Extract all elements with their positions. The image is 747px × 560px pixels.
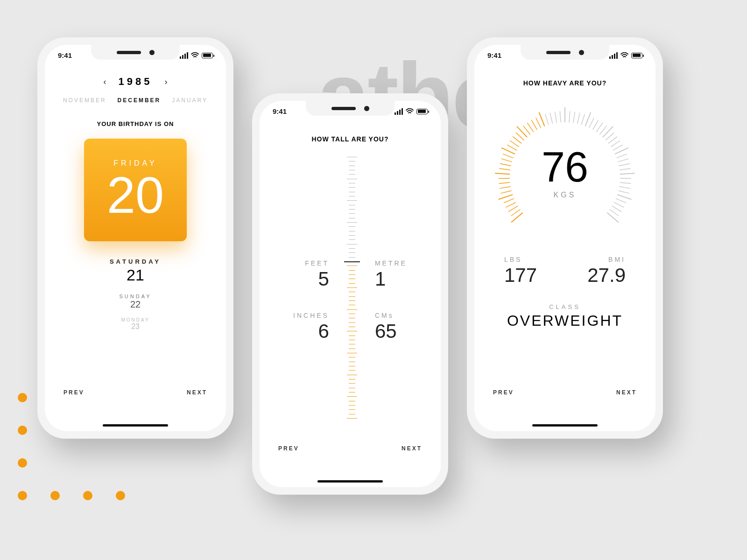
prev-button[interactable]: PREV xyxy=(63,389,85,396)
bmi-label: BMI xyxy=(587,256,626,263)
list-item[interactable]: MONDAY 23 xyxy=(59,317,212,331)
birthday-headline: YOUR BIRTHDAY IS ON xyxy=(59,120,212,127)
metre-label: METRE xyxy=(375,259,407,267)
weight-value: 76 xyxy=(542,146,588,188)
phone-height: 9:41 HOW TALL ARE YOU? FEET 5 xyxy=(252,93,448,495)
next-button[interactable]: NEXT xyxy=(616,389,637,396)
weight-unit: KGS xyxy=(554,191,577,199)
lbs-block: LBS 177 xyxy=(504,256,537,287)
chevron-left-icon[interactable]: ‹ xyxy=(104,77,106,87)
prev-button[interactable]: PREV xyxy=(493,389,514,396)
selected-day-number: 20 xyxy=(107,169,164,221)
cms-block: CMs 65 xyxy=(375,312,397,343)
feet-label: FEET xyxy=(305,259,329,267)
bmi-block: BMI 27.9 xyxy=(587,256,626,287)
metre-value: 1 xyxy=(375,268,407,290)
prev-button[interactable]: PREV xyxy=(278,445,299,452)
day-of-week: MONDAY xyxy=(59,317,212,322)
class-value: OVERWEIGHT xyxy=(488,312,641,329)
height-ruler[interactable] xyxy=(345,157,359,418)
selected-day-card[interactable]: FRIDAY 20 xyxy=(84,139,187,241)
cms-label: CMs xyxy=(375,312,397,319)
month-prev[interactable]: NOVEMBER xyxy=(63,97,106,104)
next-button[interactable]: NEXT xyxy=(187,389,207,396)
chevron-right-icon[interactable]: › xyxy=(164,77,167,87)
home-indicator[interactable] xyxy=(532,424,598,427)
day-of-week: SUNDAY xyxy=(59,294,212,299)
feet-value: 5 xyxy=(305,268,329,290)
bmi-value: 27.9 xyxy=(587,264,626,287)
weight-gauge[interactable]: 76 KGS xyxy=(490,98,640,247)
day-number: 23 xyxy=(59,322,212,331)
year-value: 1985 xyxy=(119,76,153,88)
metre-block: METRE 1 xyxy=(375,259,407,290)
phone-birthday: 9:41 ‹ 1985 › NOVEMBER DECEMBER JANUARY xyxy=(37,37,233,439)
upcoming-days[interactable]: SATURDAY 21 SUNDAY 22 MONDAY 23 xyxy=(59,258,212,331)
day-number: 21 xyxy=(59,266,212,284)
inches-label: INCHES xyxy=(293,312,329,319)
year-picker[interactable]: ‹ 1985 › xyxy=(59,76,212,88)
inches-value: 6 xyxy=(293,320,329,343)
list-item[interactable]: SUNDAY 22 xyxy=(59,294,212,310)
phone-weight: 9:41 HOW HEAVY ARE YOU? 76 KGS xyxy=(467,37,663,439)
weight-title: HOW HEAVY ARE YOU? xyxy=(488,79,641,87)
class-label: CLASS xyxy=(488,303,641,310)
list-item[interactable]: SATURDAY 21 xyxy=(59,258,212,284)
next-button[interactable]: NEXT xyxy=(402,445,422,452)
day-of-week: SATURDAY xyxy=(59,258,212,265)
month-next[interactable]: JANUARY xyxy=(172,97,208,104)
month-picker[interactable]: NOVEMBER DECEMBER JANUARY xyxy=(59,97,212,104)
lbs-label: LBS xyxy=(504,256,537,263)
bmi-class-block: CLASS OVERWEIGHT xyxy=(488,303,641,329)
home-indicator[interactable] xyxy=(317,480,383,483)
day-number: 22 xyxy=(59,299,212,310)
home-indicator[interactable] xyxy=(103,424,168,427)
inches-block: INCHES 6 xyxy=(293,312,329,343)
height-title: HOW TALL ARE YOU? xyxy=(274,135,427,143)
feet-block: FEET 5 xyxy=(305,259,329,290)
cms-value: 65 xyxy=(375,320,397,343)
lbs-value: 177 xyxy=(504,264,537,287)
month-current: DECEMBER xyxy=(118,97,161,104)
